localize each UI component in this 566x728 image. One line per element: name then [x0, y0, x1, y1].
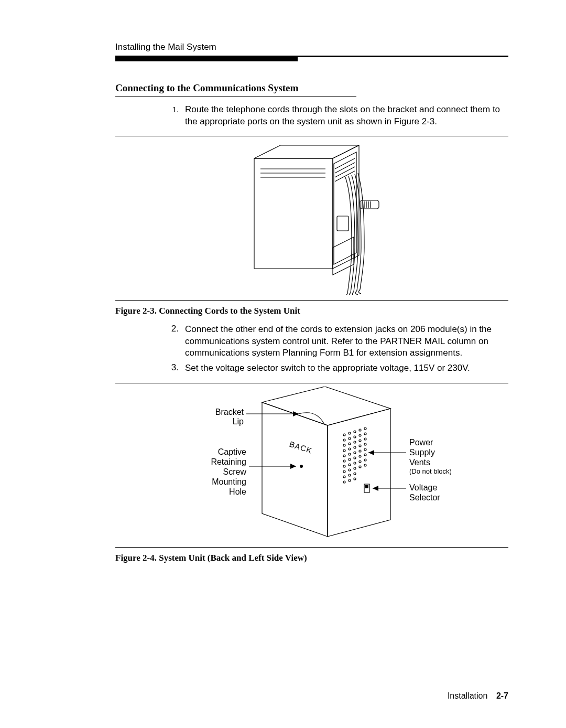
svg-point-57: [364, 459, 366, 461]
svg-point-66: [343, 481, 345, 483]
svg-point-31: [359, 434, 361, 436]
svg-point-42: [364, 443, 366, 445]
svg-point-39: [349, 448, 351, 450]
svg-point-40: [354, 446, 356, 448]
svg-text:Power: Power: [409, 438, 433, 447]
figure-rule: [115, 300, 508, 301]
svg-text:Retaining: Retaining: [211, 457, 246, 466]
svg-text:Selector: Selector: [409, 493, 440, 502]
figure-2-3: [115, 136, 508, 300]
step-3: 3. Set the voltage selector switch to th…: [165, 362, 508, 374]
svg-marker-1: [254, 145, 359, 158]
svg-marker-75: [290, 464, 296, 469]
page-footer: Installation 2-7: [448, 691, 508, 701]
svg-point-53: [343, 465, 345, 467]
svg-text:Screw: Screw: [223, 467, 247, 476]
svg-point-30: [354, 436, 356, 438]
svg-marker-19: [262, 402, 328, 537]
step-1: 1. Route the telephone cords through the…: [165, 104, 508, 127]
step-number: 1.: [165, 104, 179, 114]
svg-point-29: [349, 437, 351, 440]
running-head: Installing the Mail System: [115, 42, 216, 52]
svg-point-44: [349, 453, 351, 455]
svg-point-38: [343, 449, 345, 452]
svg-marker-77: [368, 450, 374, 455]
svg-text:Bracket: Bracket: [215, 408, 244, 416]
figure-2-4-caption: Figure 2-4. System Unit (Back and Left S…: [115, 553, 508, 563]
svg-point-51: [359, 455, 361, 457]
svg-point-68: [354, 478, 356, 480]
svg-text:Captive: Captive: [218, 447, 246, 456]
svg-point-61: [359, 466, 361, 468]
svg-point-35: [354, 441, 356, 443]
svg-point-32: [364, 433, 366, 435]
svg-point-34: [349, 443, 351, 445]
svg-point-54: [349, 464, 351, 466]
svg-point-43: [343, 455, 345, 457]
svg-point-62: [364, 464, 366, 466]
figure-2-3-caption: Figure 2-3. Connecting Cords to the Syst…: [115, 306, 508, 316]
svg-text:Voltage: Voltage: [409, 483, 437, 492]
svg-marker-21: [262, 387, 390, 425]
svg-marker-20: [328, 409, 390, 537]
svg-marker-73: [293, 411, 299, 416]
step-number: 3.: [165, 362, 179, 373]
svg-point-58: [343, 470, 345, 473]
svg-text:Lip: Lip: [233, 417, 244, 426]
svg-point-46: [359, 450, 361, 452]
step-text: Connect the other end of the cords to ex…: [185, 324, 508, 359]
svg-point-52: [364, 454, 366, 456]
footer-page-number: 2-7: [496, 691, 508, 700]
svg-point-45: [354, 452, 356, 454]
svg-point-65: [354, 473, 356, 475]
svg-point-48: [343, 460, 345, 462]
svg-marker-0: [254, 158, 333, 269]
svg-point-25: [354, 431, 356, 433]
svg-point-37: [364, 438, 366, 440]
system-unit-cords-illustration: [223, 143, 401, 295]
svg-point-59: [349, 469, 351, 471]
step-text: Route the telephone cords through the sl…: [185, 104, 508, 127]
section-title: Connecting to the Communications System: [115, 82, 356, 97]
svg-point-27: [364, 427, 366, 430]
figure-2-4: BACK: [115, 383, 508, 547]
svg-point-56: [359, 461, 361, 463]
footer-chapter: Installation: [448, 691, 488, 700]
svg-point-26: [359, 429, 361, 431]
svg-point-64: [349, 474, 351, 476]
svg-point-50: [354, 457, 356, 459]
svg-point-67: [349, 479, 351, 481]
svg-point-63: [343, 476, 345, 478]
svg-point-23: [343, 434, 345, 436]
step-text: Set the voltage selector switch to the a…: [185, 362, 508, 374]
svg-point-47: [364, 448, 366, 451]
svg-marker-79: [373, 486, 378, 491]
figure-rule: [115, 547, 508, 548]
svg-text:Hole: Hole: [229, 487, 246, 496]
system-unit-back-illustration: BACK: [144, 387, 480, 544]
svg-point-71: [300, 465, 303, 468]
svg-point-24: [349, 432, 351, 434]
svg-point-33: [343, 444, 345, 446]
step-number: 2.: [165, 324, 179, 334]
svg-rect-70: [365, 485, 368, 488]
svg-point-36: [359, 440, 361, 442]
svg-point-55: [354, 462, 356, 464]
svg-point-60: [354, 467, 356, 469]
svg-text:(Do not block): (Do not block): [409, 467, 452, 475]
svg-point-41: [359, 445, 361, 447]
svg-point-28: [343, 439, 345, 441]
svg-text:Vents: Vents: [409, 458, 430, 467]
svg-marker-3: [334, 152, 356, 264]
header-accent-bar: [115, 57, 298, 61]
svg-text:Mounting: Mounting: [212, 477, 246, 486]
svg-text:BACK: BACK: [288, 439, 313, 455]
svg-point-49: [349, 458, 351, 461]
step-2: 2. Connect the other end of the cords to…: [165, 324, 508, 359]
svg-text:Supply: Supply: [409, 448, 435, 457]
